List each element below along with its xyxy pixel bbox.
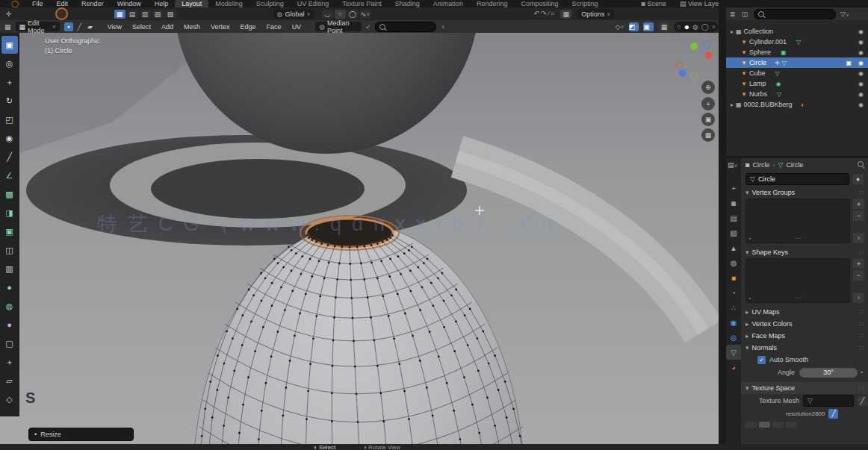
shading-dropdown[interactable]: ∨ bbox=[712, 24, 716, 30]
edit-pencil-button[interactable]: ╱ bbox=[828, 409, 838, 419]
viewport-3d[interactable] bbox=[0, 33, 719, 444]
eye-icon[interactable]: ◉ bbox=[858, 70, 864, 77]
add-vertex-group-button[interactable]: ＋ bbox=[853, 199, 864, 209]
workspace-tab-modeling[interactable]: Modeling bbox=[208, 0, 249, 7]
outliner-row-blendfile[interactable]: ▸▦ 0002.BUBKberg ◗ ◉ bbox=[726, 99, 868, 110]
properties-editor-icon[interactable]: ▤∨ bbox=[728, 161, 738, 169]
tool-brush-icon[interactable] bbox=[55, 7, 68, 20]
history-icons[interactable]: ↶↷∕⌗ bbox=[534, 10, 557, 18]
navigation-gizmo[interactable] bbox=[674, 39, 716, 82]
eye-icon[interactable]: ◉ bbox=[858, 49, 864, 56]
section-face-maps[interactable]: ▸Face Maps∷ bbox=[741, 330, 868, 342]
section-uv-maps[interactable]: ▸UV Maps∷ bbox=[741, 306, 868, 318]
search-dropdown[interactable]: ∨ bbox=[438, 22, 447, 31]
add-shape-key-button[interactable]: ＋ bbox=[853, 258, 864, 269]
eye-icon[interactable]: ◉ bbox=[858, 91, 864, 98]
menu-window[interactable]: Window bbox=[111, 0, 148, 7]
tool-poly-build[interactable]: ● bbox=[1, 278, 18, 296]
menu-face[interactable]: Face bbox=[261, 23, 287, 31]
tool-option-5[interactable]: ▨ bbox=[165, 10, 176, 19]
tab-output[interactable]: ▤ bbox=[726, 210, 741, 225]
remove-vertex-group-button[interactable]: − bbox=[853, 210, 864, 221]
search-icon[interactable] bbox=[858, 161, 864, 167]
snap-with-dropdown[interactable]: ⁘ bbox=[335, 10, 346, 19]
snap-toggle[interactable]: ◡ bbox=[322, 10, 333, 19]
shading-solid-icon[interactable]: ● bbox=[684, 22, 689, 32]
menu-render[interactable]: Render bbox=[75, 0, 111, 7]
editor-type-icon[interactable]: ▦ bbox=[4, 23, 11, 31]
tool-option-1[interactable]: ▦ bbox=[114, 10, 125, 19]
tool-inset-faces[interactable]: ▣ bbox=[1, 222, 18, 240]
menu-view[interactable]: View bbox=[102, 23, 127, 31]
tab-world[interactable]: ◍ bbox=[726, 255, 741, 270]
shading-wireframe-icon[interactable]: ○ bbox=[677, 23, 681, 31]
vertex-group-specials-menu[interactable]: ∨ bbox=[853, 233, 864, 243]
camera-icon[interactable]: ▣ bbox=[846, 60, 852, 66]
select-mode-face[interactable]: ▰ bbox=[85, 22, 94, 31]
cutoff-button-4[interactable] bbox=[786, 422, 797, 428]
xray-toggle[interactable]: ▣∨ bbox=[643, 22, 654, 31]
eye-icon[interactable]: ◉ bbox=[858, 28, 864, 35]
cutoff-button-1[interactable] bbox=[745, 422, 757, 428]
texture-mesh-field[interactable]: ▽ bbox=[803, 395, 854, 407]
snap-grid-button[interactable]: ▦ bbox=[660, 22, 669, 31]
gizmo-dropdown[interactable]: ◇∨ bbox=[615, 22, 624, 31]
menu-mesh[interactable]: Mesh bbox=[179, 23, 205, 31]
vertex-groups-list[interactable]: •⋯ bbox=[745, 199, 850, 243]
menu-file[interactable]: File bbox=[25, 0, 50, 7]
eye-icon[interactable]: ◉ bbox=[858, 39, 864, 46]
tool-option-4[interactable]: ▧ bbox=[152, 10, 164, 19]
axis-y-icon[interactable] bbox=[690, 43, 698, 50]
tab-object-data[interactable]: ▽ bbox=[726, 345, 741, 360]
tool-shear[interactable]: ▱ bbox=[1, 372, 18, 390]
tab-modifiers[interactable]: ◔ bbox=[726, 285, 741, 300]
axis-x-icon[interactable] bbox=[705, 51, 713, 59]
menu-edge[interactable]: Edge bbox=[235, 23, 261, 31]
outliner-row-circle-selected[interactable]: ▼ Circle ✛ ▽ ▣ ◉ bbox=[726, 57, 868, 68]
tool-option-2[interactable]: ▤ bbox=[127, 10, 138, 19]
pivot-point-dropdown[interactable]: ◍ Median Point bbox=[315, 22, 362, 31]
outliner-row-collection[interactable]: ▸▦ Collection ◉ bbox=[726, 26, 868, 37]
select-mode-vertex[interactable]: ▪ bbox=[64, 22, 73, 31]
outliner-search-input[interactable] bbox=[754, 9, 836, 19]
outliner-row-sphere[interactable]: ▼ Sphere ▣ ◉ bbox=[726, 47, 868, 57]
outliner-row-lamp[interactable]: ▼ Lamp ◉ ◉ bbox=[726, 78, 868, 89]
tool-annotate[interactable]: ╱ bbox=[1, 148, 18, 166]
tool-scale[interactable]: ◰ bbox=[1, 110, 18, 128]
tab-render[interactable]: ◙ bbox=[726, 196, 741, 210]
tab-constraints[interactable]: ◎ bbox=[726, 330, 741, 345]
mode-dropdown[interactable]: ▦ Edit Mode ∨ bbox=[16, 22, 60, 31]
outliner-display-mode-icon[interactable]: ◫ bbox=[742, 10, 748, 18]
tool-move[interactable]: ＋ bbox=[1, 73, 18, 91]
shading-rendered-icon[interactable]: ◯ bbox=[701, 23, 709, 31]
tool-edge-slide[interactable]: ▢ bbox=[1, 334, 18, 352]
eye-icon[interactable]: ◉ bbox=[858, 101, 864, 108]
workspace-tab-uv-editing[interactable]: UV Editing bbox=[291, 0, 336, 7]
workspace-tab-texture-paint[interactable]: Texture Paint bbox=[335, 0, 388, 7]
section-vertex-colors[interactable]: ▸Vertex Colors∷ bbox=[741, 318, 868, 330]
workspace-tab-layout[interactable]: Layout bbox=[175, 0, 208, 7]
menu-uv[interactable]: UV bbox=[287, 23, 307, 31]
pan-button[interactable]: ＋ bbox=[701, 97, 715, 110]
tab-view-layer[interactable]: ▧ bbox=[726, 225, 741, 240]
transform-orientation-dropdown[interactable]: ◍ Global ∨ bbox=[273, 9, 314, 19]
angle-value-slider[interactable]: 30° bbox=[799, 368, 858, 378]
tab-material[interactable]: ◕ bbox=[726, 360, 741, 375]
auto-smooth-checkbox[interactable]: ✓ bbox=[757, 356, 766, 364]
overlays-toggle[interactable]: ◩∨ bbox=[629, 22, 639, 31]
grid-toggle[interactable]: ▦ bbox=[560, 10, 571, 19]
tool-shrink-fatten[interactable]: ＋ bbox=[1, 353, 18, 371]
tool-smooth[interactable]: ● bbox=[1, 316, 18, 334]
section-shape-keys[interactable]: ▾Shape Keys∷ bbox=[741, 246, 868, 258]
tool-spin[interactable]: ◍ bbox=[1, 297, 18, 315]
workspace-tab-shading[interactable]: Shading bbox=[388, 0, 427, 7]
tool-extrude-region[interactable]: ◨ bbox=[1, 204, 18, 222]
tool-bevel[interactable]: ◫ bbox=[1, 241, 18, 259]
outliner-row-cylinder[interactable]: ▼ Cylinder.001 ▽ ◉ bbox=[726, 37, 868, 47]
tool-rotate[interactable]: ↻ bbox=[1, 92, 18, 110]
tool-measure[interactable]: ∠ bbox=[1, 166, 18, 184]
blender-logo-icon[interactable]: ◯ bbox=[4, 0, 25, 7]
breadcrumb-data[interactable]: Circle bbox=[786, 161, 803, 169]
section-vertex-groups[interactable]: ▾Vertex Groups∷ bbox=[741, 187, 868, 199]
menu-add[interactable]: Add bbox=[156, 23, 179, 31]
